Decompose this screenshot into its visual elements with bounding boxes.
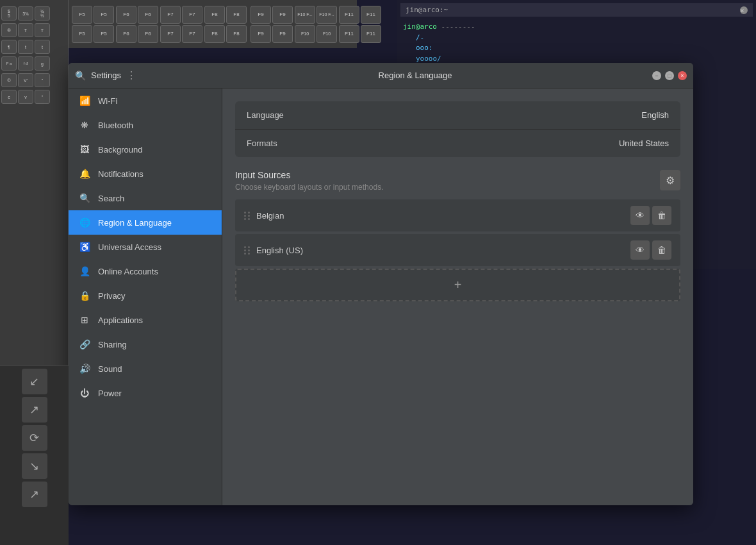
- key-v2[interactable]: v: [18, 90, 33, 104]
- fn-f8-3[interactable]: F8: [204, 25, 225, 43]
- key-g[interactable]: g: [35, 56, 50, 71]
- fn-f8-4[interactable]: F8: [226, 25, 247, 43]
- input-sources-list: Belgian 👁 🗑 English (US) 👁 🗑: [235, 199, 680, 266]
- fn-f9-3[interactable]: F9: [251, 25, 271, 43]
- sidebar-item-sound[interactable]: 🔊Sound: [69, 356, 222, 381]
- fn-f9-1[interactable]: F9: [251, 6, 271, 24]
- key-c[interactable]: c: [1, 90, 17, 104]
- drag-handle-0[interactable]: [244, 212, 250, 220]
- key-dollar[interactable]: $5: [1, 6, 17, 21]
- language-value[interactable]: English: [641, 110, 669, 120]
- key-fa[interactable]: F a: [1, 56, 17, 71]
- sidebar-item-region[interactable]: 🌐Region & Language: [69, 210, 222, 235]
- key-t1[interactable]: T: [18, 23, 33, 37]
- fn-group-6: F10 F... F10 F... F10 F10: [295, 6, 337, 43]
- sidebar-item-notifications[interactable]: 🔔Notifications: [69, 162, 222, 186]
- fn-f11-1[interactable]: F11: [339, 6, 359, 24]
- sidebar-item-privacy[interactable]: 🔒Privacy: [69, 283, 222, 308]
- sidebar-label-power: Power: [98, 389, 122, 398]
- sidebar-item-universal-access[interactable]: ♿Universal Access: [69, 235, 222, 259]
- privacy-icon: 🔒: [79, 290, 90, 301]
- settings-titlebar: 🔍 Settings ⋮ Region & Language − □ ×: [69, 63, 693, 88]
- fn-f7-2[interactable]: F7: [182, 6, 202, 24]
- sidebar-label-privacy: Privacy: [98, 291, 126, 301]
- settings-sidebar: 📶Wi-Fi❋Bluetooth🖼Background🔔Notification…: [69, 88, 222, 505]
- key-t2[interactable]: T: [35, 23, 50, 37]
- fn-f5-4[interactable]: F5: [94, 25, 114, 43]
- add-input-source-button[interactable]: +: [235, 269, 680, 301]
- fn-f5-1[interactable]: F5: [72, 6, 92, 24]
- fn-f6-4[interactable]: F6: [138, 25, 158, 43]
- sidebar-item-applications[interactable]: ⊞Applications: [69, 308, 222, 332]
- key-v[interactable]: V': [18, 73, 33, 87]
- fn-f9-4[interactable]: F9: [272, 25, 293, 43]
- fn-f7-1[interactable]: F7: [160, 6, 181, 24]
- fn-group-7: F11 F11 F11 F11: [339, 6, 381, 43]
- key-copy[interactable]: ©: [1, 73, 17, 87]
- fn-f11-4[interactable]: F11: [361, 25, 381, 43]
- input-sources-settings-button[interactable]: ⚙: [660, 170, 680, 190]
- terminal-close-button[interactable]: ×: [740, 6, 748, 14]
- sidebar-item-power[interactable]: ⏻Power: [69, 381, 222, 405]
- taskbar-icon-4[interactable]: ↘: [22, 453, 47, 479]
- key-t3[interactable]: t: [18, 40, 33, 54]
- language-formats-card: Language English Formats United States: [235, 101, 680, 157]
- sidebar-item-search[interactable]: 🔍Search: [69, 186, 222, 210]
- key-fd[interactable]: f đ: [18, 56, 33, 71]
- preview-button-0[interactable]: 👁: [630, 206, 650, 225]
- key-t4[interactable]: t: [35, 40, 50, 54]
- fn-group-4: F8 F8 F8 F8: [204, 6, 247, 43]
- settings-search-icon[interactable]: 🔍: [75, 71, 86, 81]
- key-half[interactable]: ¼½: [35, 6, 50, 21]
- fn-f10-4[interactable]: F10: [316, 25, 337, 43]
- input-sources-title: Input Sources: [235, 170, 383, 180]
- fn-f8-2[interactable]: F8: [226, 6, 247, 24]
- delete-button-1[interactable]: 🗑: [652, 240, 671, 260]
- sidebar-item-bluetooth[interactable]: ❋Bluetooth: [69, 113, 222, 137]
- online-accounts-icon: 👤: [79, 265, 90, 277]
- key-reg[interactable]: ®: [1, 23, 17, 37]
- language-row: Language English: [235, 101, 680, 130]
- settings-window: 🔍 Settings ⋮ Region & Language − □ × 📶Wi…: [69, 63, 693, 505]
- key-frac[interactable]: 3⅜: [18, 6, 33, 21]
- fn-f10-3[interactable]: F10: [295, 25, 315, 43]
- fn-f10-1[interactable]: F10 F...: [295, 6, 315, 24]
- terminal-sep: --------: [437, 22, 475, 31]
- formats-row: Formats United States: [235, 130, 680, 157]
- settings-sidebar-title: Settings: [91, 71, 121, 80]
- input-source-row-0: Belgian 👁 🗑: [235, 199, 680, 231]
- fn-f8-1[interactable]: F8: [204, 6, 225, 24]
- fn-f10-2[interactable]: F10 F...: [316, 6, 337, 24]
- close-button[interactable]: ×: [678, 71, 687, 80]
- fn-f6-2[interactable]: F6: [138, 6, 158, 24]
- fn-f7-3[interactable]: F7: [160, 25, 181, 43]
- taskbar-icon-3[interactable]: ⟳: [22, 425, 47, 451]
- fn-f9-2[interactable]: F9: [272, 6, 293, 24]
- settings-menu-icon[interactable]: ⋮: [126, 69, 136, 81]
- fn-f7-4[interactable]: F7: [182, 25, 202, 43]
- terminal-titlebar: jin@arco:~ ×: [400, 3, 753, 17]
- maximize-button[interactable]: □: [665, 71, 674, 80]
- drag-handle-1[interactable]: [244, 246, 250, 255]
- sidebar-item-background[interactable]: 🖼Background: [69, 137, 222, 162]
- fn-f5-2[interactable]: F5: [94, 6, 114, 24]
- key-pilcrow[interactable]: ¶: [1, 40, 17, 54]
- minimize-button[interactable]: −: [652, 71, 661, 80]
- fn-f11-2[interactable]: F11: [361, 6, 381, 24]
- fn-f6-3[interactable]: F6: [116, 25, 136, 43]
- taskbar-icon-5[interactable]: ↗: [22, 482, 47, 507]
- fn-f5-3[interactable]: F5: [72, 25, 92, 43]
- taskbar-icon-2[interactable]: ↗: [22, 397, 47, 423]
- formats-value[interactable]: United States: [619, 138, 669, 148]
- key-quote2[interactable]: ": [35, 90, 50, 104]
- bluetooth-icon: ❋: [79, 119, 90, 131]
- sidebar-item-wifi[interactable]: 📶Wi-Fi: [69, 88, 222, 113]
- fn-f11-3[interactable]: F11: [339, 25, 359, 43]
- taskbar-icon-1[interactable]: ↙: [22, 369, 47, 394]
- sidebar-item-online-accounts[interactable]: 👤Online Accounts: [69, 259, 222, 283]
- key-quote[interactable]: ": [35, 73, 50, 87]
- sidebar-item-sharing[interactable]: 🔗Sharing: [69, 332, 222, 356]
- delete-button-0[interactable]: 🗑: [652, 206, 671, 225]
- preview-button-1[interactable]: 👁: [630, 240, 650, 260]
- fn-f6-1[interactable]: F6: [116, 6, 136, 24]
